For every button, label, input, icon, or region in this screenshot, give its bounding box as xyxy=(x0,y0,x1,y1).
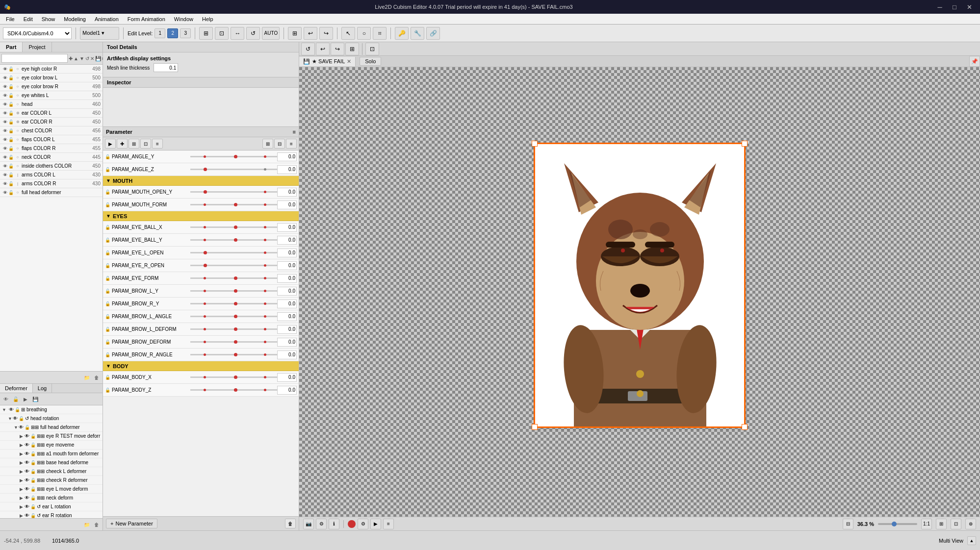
visibility-icon[interactable]: 👁 xyxy=(2,66,8,72)
param-table2-btn[interactable]: ⊟ xyxy=(274,139,285,149)
canvas-tab-savefail[interactable]: 💾 ★ SAVE FAIL ✕ xyxy=(299,57,356,66)
deformer-vis-icon[interactable]: 👁 xyxy=(13,416,18,421)
deformer-expand-icon[interactable]: ▶ xyxy=(21,395,30,403)
lock-icon[interactable]: 🔓 xyxy=(8,93,14,99)
canvas-pin-btn[interactable]: 📌 xyxy=(969,56,980,67)
list-item[interactable]: 👁 🔓 ⊕ ear COLOR L 450 xyxy=(0,109,103,118)
deformer-lock-icon[interactable]: 🔓 xyxy=(15,407,20,412)
list-item[interactable]: 👁 🔓 ○ flaps COLOR R 455 xyxy=(0,144,103,153)
expand-icon[interactable]: ▶ xyxy=(20,487,25,492)
undo-btn[interactable]: ↩ xyxy=(304,27,317,40)
deformer-lock-icon[interactable]: 🔓 xyxy=(30,469,36,474)
param-slider[interactable] xyxy=(190,300,277,308)
deformer-vis-icon[interactable]: 👁 xyxy=(9,407,14,412)
lock-icon[interactable]: 🔓 xyxy=(8,163,14,169)
slider-handle[interactable] xyxy=(204,168,207,171)
param-footer-delete-btn[interactable]: 🗑 xyxy=(285,519,296,528)
param-lock-icon[interactable]: 🔓 xyxy=(105,340,112,345)
lock-icon[interactable]: 🔓 xyxy=(8,154,14,160)
expand-icon[interactable]: ▶ xyxy=(20,451,25,456)
redo-btn[interactable]: ↪ xyxy=(319,27,333,40)
param-lock-icon[interactable]: 🔓 xyxy=(105,289,112,294)
visibility-icon[interactable]: 👁 xyxy=(2,119,8,125)
part-search-input[interactable] xyxy=(1,54,68,63)
deformer-item-eye-l-move[interactable]: ▶ 👁 🔓 ⊞⊞ eye L move deform xyxy=(0,485,103,494)
slider-handle[interactable] xyxy=(204,251,207,254)
param-value-input[interactable] xyxy=(277,223,297,232)
tab-part[interactable]: Part xyxy=(0,42,23,52)
param-dots-btn[interactable]: ⊡ xyxy=(140,139,151,149)
part-delete-footer-btn[interactable]: 🗑 xyxy=(92,373,101,382)
transform-btn[interactable]: ↔ xyxy=(231,27,244,40)
deformer-item-neck[interactable]: ▶ 👁 🔓 ⊞⊞ neck deform xyxy=(0,494,103,502)
param-slider[interactable] xyxy=(190,236,277,244)
deformer-vis-icon[interactable]: 👁 xyxy=(25,477,29,483)
deformer-lock-icon[interactable]: 🔓 xyxy=(30,487,36,492)
canvas-tool-1[interactable]: ↺ xyxy=(301,43,315,55)
zoom-slider-thumb[interactable] xyxy=(892,522,897,526)
visibility-icon[interactable]: 👁 xyxy=(2,93,8,99)
expand-icon[interactable]: ▼ xyxy=(2,407,7,412)
slider-handle[interactable] xyxy=(234,340,237,344)
part-move-down-btn[interactable]: ▼ xyxy=(79,54,84,63)
list-item[interactable]: 👁 🔓 ○ full head deformer xyxy=(0,188,103,197)
lock-icon[interactable]: 🔓 xyxy=(8,119,14,125)
close-button[interactable]: ✕ xyxy=(962,1,976,12)
lock-icon[interactable]: 🔓 xyxy=(8,181,14,187)
deformer-item-head-rotation[interactable]: ▼ 👁 🔓 ↺ head rotation xyxy=(0,414,103,423)
menu-animation[interactable]: Animation xyxy=(91,15,123,23)
expand-icon[interactable]: ▶ xyxy=(20,460,25,465)
param-value-input[interactable] xyxy=(277,236,297,245)
canvas-tool-4[interactable]: ⊞ xyxy=(345,43,359,55)
slider-handle[interactable] xyxy=(234,327,237,331)
screenshot-btn[interactable]: 📷 xyxy=(303,519,314,529)
menu-help[interactable]: Help xyxy=(198,15,217,23)
param-lock-icon[interactable]: 🔓 xyxy=(105,314,112,319)
menu-modeling[interactable]: Modeling xyxy=(60,15,90,23)
param-slider[interactable] xyxy=(190,351,277,359)
menu-edit[interactable]: Edit xyxy=(20,15,37,23)
slider-handle[interactable] xyxy=(234,302,237,305)
deformer-vis-icon[interactable]: 👁 xyxy=(25,469,29,474)
warp-btn[interactable]: ⌗ xyxy=(373,27,387,40)
param-slider[interactable] xyxy=(190,188,277,196)
slider-handle[interactable] xyxy=(234,353,237,356)
part-new-btn[interactable]: ✚ xyxy=(69,54,73,63)
slider-handle[interactable] xyxy=(234,203,237,206)
list2-btn[interactable]: ≡ xyxy=(383,519,394,529)
deformer-item-breathing[interactable]: ▼ 👁 🔓 ⊞ breathing xyxy=(0,405,103,414)
settings-btn[interactable]: ⚙ xyxy=(316,519,327,529)
key-btn[interactable]: 🔑 xyxy=(395,27,409,40)
param-play-btn[interactable]: ▶ xyxy=(105,139,116,149)
deformer-item-mouth-form[interactable]: ▶ 👁 🔓 ⊞⊞ a1 mouth form deformer xyxy=(0,450,103,458)
param-value-input[interactable] xyxy=(277,312,297,321)
canvas-tool-3[interactable]: ↪ xyxy=(331,43,344,55)
model-dropdown[interactable]: Model1 ▾ xyxy=(80,27,119,40)
param-slider[interactable] xyxy=(190,313,277,321)
deformer-vis-icon[interactable]: 👁 xyxy=(25,513,29,518)
list-item[interactable]: 👁 🔓 ○ eye whites L 500 xyxy=(0,91,103,100)
visibility-icon[interactable]: 👁 xyxy=(2,128,8,134)
canvas-tool-2[interactable]: ↩ xyxy=(316,43,330,55)
list-item[interactable]: 👁 🔓 ○ inside clothers COLOR 450 xyxy=(0,162,103,171)
deformer-item-ear-l-rotation[interactable]: ▶ 👁 🔓 ↺ ear L rotation xyxy=(0,502,103,511)
tab-project[interactable]: Project xyxy=(23,42,52,52)
deformer-vis-icon[interactable]: 👁 xyxy=(25,495,29,500)
deformer-item-cheek-l[interactable]: ▶ 👁 🔓 ⊞⊞ cheeck L deformer xyxy=(0,467,103,476)
param-add-btn[interactable]: ✚ xyxy=(117,139,128,149)
play-btn[interactable]: ▶ xyxy=(370,519,381,529)
corner-handle-tr[interactable] xyxy=(742,141,748,147)
param-menu-btn[interactable]: ≡ xyxy=(286,139,297,149)
record-btn[interactable] xyxy=(348,520,356,528)
param-slider[interactable] xyxy=(190,153,277,161)
deformer-vis-icon[interactable]: 👁 xyxy=(25,460,29,465)
deformer-vis-icon[interactable]: 👁 xyxy=(25,504,29,509)
param-value-input[interactable] xyxy=(277,261,297,270)
param-value-input[interactable] xyxy=(277,287,297,296)
deformer-lock-icon[interactable]: 🔓 xyxy=(30,443,36,448)
param-group-body[interactable]: ▼ BODY xyxy=(103,361,299,371)
menu-window[interactable]: Window xyxy=(170,15,197,23)
deformer-vis-icon[interactable]: 👁 xyxy=(25,442,29,448)
auto-btn[interactable]: AUTO xyxy=(262,27,280,40)
param-value-input[interactable] xyxy=(277,165,297,174)
